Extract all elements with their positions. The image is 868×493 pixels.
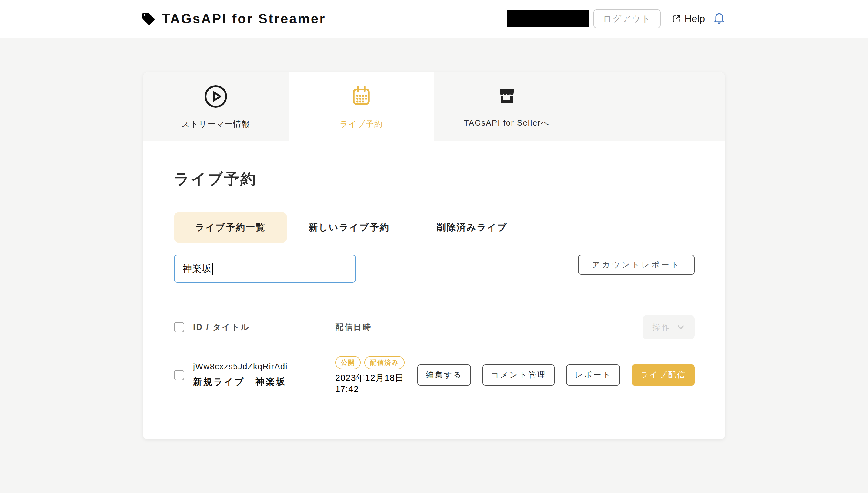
search-input-value: 神楽坂: [182, 262, 212, 275]
row-id-title: jWw8cxzs5JdZkqRirAdi 新規ライブ 神楽坂: [193, 362, 288, 388]
status-badge-public: 公開: [335, 356, 361, 369]
tab-streamer-info[interactable]: ストリーマー情報: [143, 72, 289, 141]
app-logo: TAGsAPI for Streamer: [141, 11, 326, 26]
bulk-action-dropdown[interactable]: 操作: [643, 315, 695, 339]
status-badges: 公開 配信済み: [335, 356, 417, 369]
tab-label: TAGsAPI for Sellerへ: [464, 117, 550, 128]
status-badge-streamed: 配信済み: [364, 356, 405, 369]
row-datetime: 2023年12月18日17:42: [335, 372, 417, 394]
search-row: 神楽坂 アカウントレポート: [174, 255, 695, 283]
main-tab-bar: ストリーマー情報 ライブ予約: [143, 72, 725, 141]
app-title: TAGsAPI for Streamer: [162, 11, 326, 26]
report-button[interactable]: レポート: [566, 364, 620, 386]
row-id: jWw8cxzs5JdZkqRirAdi: [193, 362, 288, 371]
edit-button[interactable]: 編集する: [417, 364, 471, 386]
card-body: ライブ予約 ライブ予約一覧 新しいライブ予約 削除済みライブ 神楽坂 アカウント…: [143, 169, 725, 439]
text-caret: [213, 262, 214, 275]
site-header: TAGsAPI for Streamer ログアウト Help: [0, 0, 868, 38]
subtab-deleted-lives[interactable]: 削除済みライブ: [437, 221, 508, 234]
account-report-button[interactable]: アカウントレポート: [578, 255, 695, 275]
tab-label: ライブ予約: [340, 119, 383, 129]
logout-button[interactable]: ログアウト: [594, 9, 661, 28]
column-datetime: 配信日時: [335, 323, 372, 332]
play-circle-icon: [204, 84, 228, 109]
help-link[interactable]: Help: [672, 13, 705, 25]
row-title: 新規ライブ 神楽坂: [193, 376, 288, 388]
tab-bar-spacer: [579, 72, 725, 141]
notification-bell-icon[interactable]: [713, 12, 726, 26]
tab-live-reservation[interactable]: ライブ予約: [289, 72, 434, 141]
bulk-action-label: 操作: [652, 322, 671, 333]
tab-tagsapi-for-seller[interactable]: TAGsAPI for Sellerへ: [434, 72, 579, 141]
live-stream-button[interactable]: ライブ配信: [631, 364, 695, 386]
page-title: ライブ予約: [174, 169, 695, 189]
calendar-icon: [349, 84, 373, 109]
header-right: ログアウト Help: [507, 9, 726, 28]
storefront-icon: [496, 86, 518, 107]
external-link-icon: [672, 14, 681, 24]
help-label: Help: [684, 13, 705, 25]
tab-label: ストリーマー情報: [181, 119, 250, 129]
divider: [174, 403, 695, 403]
comment-manage-button[interactable]: コメント管理: [483, 364, 555, 386]
tag-icon: [141, 12, 156, 26]
chevron-down-icon: [676, 323, 685, 331]
select-all-checkbox[interactable]: [174, 322, 184, 332]
table-row: jWw8cxzs5JdZkqRirAdi 新規ライブ 神楽坂 公開 配信済み 2…: [174, 347, 695, 403]
subtab-reservation-list[interactable]: ライブ予約一覧: [174, 212, 287, 243]
row-checkbox[interactable]: [174, 370, 184, 380]
search-input[interactable]: 神楽坂: [174, 255, 356, 283]
column-id-title: ID / タイトル: [193, 322, 250, 333]
main-card: ストリーマー情報 ライブ予約: [143, 72, 725, 439]
subtab-bar: ライブ予約一覧 新しいライブ予約 削除済みライブ: [174, 212, 695, 243]
subtab-new-reservation[interactable]: 新しいライブ予約: [309, 221, 390, 234]
redacted-username: [507, 10, 588, 27]
table-header-row: ID / タイトル 配信日時 操作: [174, 315, 695, 339]
